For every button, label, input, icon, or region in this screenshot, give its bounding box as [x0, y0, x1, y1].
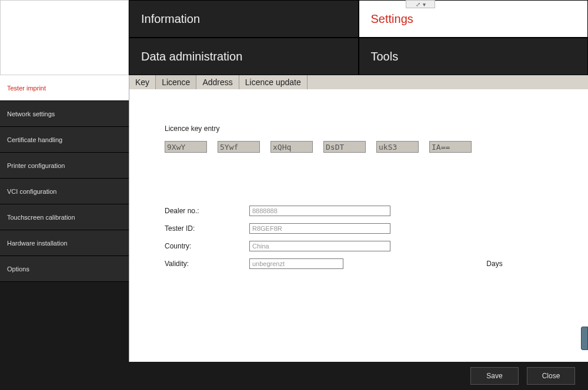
- sidebar-item-vci-configuration[interactable]: VCI configuration: [0, 179, 129, 204]
- dealer-no-label: Dealer no.:: [165, 207, 247, 215]
- content-area: Licence key entry Dealer no.: Tester ID:…: [129, 89, 588, 362]
- sidebar-item-touchscreen-calibration[interactable]: Touchscreen calibration: [0, 204, 129, 230]
- sidebar-item-label: Hardware installation: [7, 240, 68, 247]
- tab-information[interactable]: Information: [129, 0, 359, 38]
- sidebar: Tester imprint Network settings Certific…: [0, 75, 129, 390]
- licence-key-input-5[interactable]: [376, 141, 419, 153]
- sidebar-item-label: Network settings: [7, 110, 55, 117]
- days-label: Days: [486, 260, 588, 268]
- licence-key-input-1[interactable]: [165, 141, 207, 153]
- tester-id-label: Tester ID:: [165, 224, 247, 233]
- sidebar-item-label: Certificate handling: [7, 136, 62, 143]
- licence-key-entry-label: Licence key entry: [165, 125, 588, 133]
- licence-key-input-6[interactable]: [429, 141, 472, 153]
- sidebar-item-certificate-handling[interactable]: Certificate handling: [0, 127, 129, 153]
- main-panel: Key Licence Address Licence update Licen…: [129, 75, 588, 362]
- tab-tools[interactable]: Tools: [359, 38, 589, 75]
- tester-id-field[interactable]: [249, 223, 390, 234]
- licence-key-input-4[interactable]: [323, 141, 366, 153]
- country-field[interactable]: [249, 241, 390, 251]
- close-button[interactable]: Close: [527, 367, 575, 385]
- sidebar-item-tester-imprint[interactable]: Tester imprint: [0, 75, 129, 101]
- side-handle[interactable]: [581, 327, 588, 350]
- expand-icon: ⤢: [416, 1, 420, 8]
- app-root: Information Settings Data administration…: [0, 0, 588, 390]
- sidebar-item-label: Options: [7, 265, 29, 273]
- dealer-no-field[interactable]: [249, 206, 390, 216]
- window-controls[interactable]: ⤢ ▾: [406, 0, 435, 8]
- sidebar-item-label: Touchscreen calibration: [7, 214, 75, 221]
- subtabs: Key Licence Address Licence update: [129, 75, 588, 89]
- subtab-licence[interactable]: Licence: [156, 75, 196, 89]
- sidebar-item-label: Printer configuration: [7, 162, 65, 169]
- logo-area: [0, 0, 129, 75]
- licence-key-input-3[interactable]: [270, 141, 313, 153]
- validity-field[interactable]: [249, 258, 343, 269]
- subtab-address[interactable]: Address: [196, 75, 239, 89]
- form-grid: Dealer no.: Tester ID: Country: Validity…: [165, 206, 588, 269]
- tab-settings[interactable]: Settings: [359, 0, 589, 38]
- subtab-licence-update[interactable]: Licence update: [239, 75, 308, 89]
- subtab-key[interactable]: Key: [129, 75, 156, 89]
- top-nav: Information Settings Data administration…: [129, 0, 588, 75]
- country-label: Country:: [165, 242, 247, 250]
- licence-key-row: [165, 141, 588, 153]
- tab-data-administration[interactable]: Data administration: [129, 38, 359, 75]
- sidebar-item-options[interactable]: Options: [0, 256, 129, 282]
- sidebar-item-network-settings[interactable]: Network settings: [0, 101, 129, 127]
- footer: Save Close: [129, 362, 588, 390]
- save-button[interactable]: Save: [470, 367, 519, 385]
- sidebar-item-label: Tester imprint: [7, 85, 46, 92]
- sidebar-item-hardware-installation[interactable]: Hardware installation: [0, 230, 129, 256]
- licence-key-input-2[interactable]: [218, 141, 260, 153]
- sidebar-item-label: VCI configuration: [7, 188, 56, 195]
- validity-label: Validity:: [165, 260, 247, 268]
- sidebar-item-printer-configuration[interactable]: Printer configuration: [0, 153, 129, 179]
- chevron-down-icon: ▾: [423, 1, 426, 8]
